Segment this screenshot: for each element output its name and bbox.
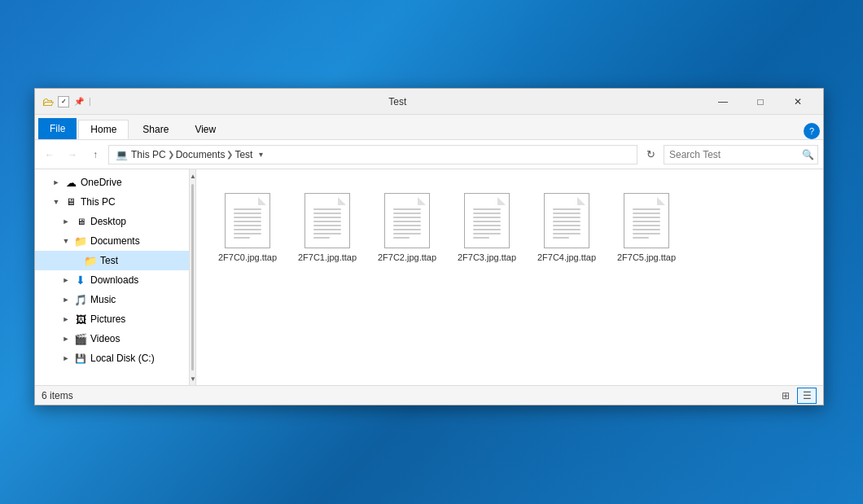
search-icon[interactable]: 🔍 — [798, 145, 817, 164]
localdisk-icon: 💾 — [74, 352, 87, 365]
ribbon-tabs: File Home Share View ? — [35, 115, 823, 139]
sidebar-item-documents[interactable]: ▼ 📁 Documents — [35, 231, 189, 251]
sidebar-item-pictures[interactable]: ► 🖼 Pictures — [35, 309, 189, 329]
file-item-f2[interactable]: 2F7C2.jpg.ttap — [370, 182, 444, 270]
sidebar-label-desktop: Desktop — [90, 216, 126, 227]
view-buttons: ⊞ ☰ — [776, 388, 817, 404]
sidebar-item-desktop[interactable]: ► 🖥 Desktop — [35, 212, 189, 231]
file-icon — [221, 190, 274, 248]
list-view-button[interactable]: ☰ — [797, 388, 817, 404]
sidebar-label-onedrive: OneDrive — [81, 177, 122, 188]
folder-icon: 🗁 — [42, 95, 55, 108]
documents-sidebar-icon: 📁 — [74, 234, 87, 248]
sidebar-item-downloads[interactable]: ► ⬇ Downloads — [35, 270, 189, 290]
path-dropdown-button[interactable]: ▾ — [252, 145, 269, 164]
path-sep-1: ❯ — [168, 150, 174, 159]
test-folder-icon: 📁 — [84, 254, 97, 267]
back-button[interactable]: ← — [40, 145, 59, 164]
file-name-f0: 2F7C0.jpg.ttap — [218, 252, 277, 263]
file-name-f4: 2F7C4.jpg.ttap — [537, 252, 596, 263]
expand-arrow-videos: ► — [61, 335, 71, 343]
sidebar-item-videos[interactable]: ► 🎬 Videos — [35, 329, 189, 348]
title-bar-icons: 🗁 ✓ 📌 | — [42, 95, 91, 108]
expand-arrow-downloads: ► — [61, 276, 71, 284]
expand-arrow-desktop: ► — [61, 217, 71, 226]
test-label: Test — [234, 149, 252, 160]
refresh-button[interactable]: ↻ — [641, 145, 660, 164]
path-test[interactable]: Test — [234, 149, 252, 160]
search-input[interactable] — [664, 149, 798, 160]
path-sep-2: ❯ — [226, 150, 233, 159]
music-icon: 🎵 — [74, 293, 87, 306]
file-icon — [620, 190, 672, 248]
sidebar-label-documents: Documents — [90, 235, 140, 247]
path-documents[interactable]: Documents — [176, 149, 226, 160]
file-name-f1: 2F7C1.jpg.ttap — [298, 252, 357, 263]
thispc-label: This PC — [131, 149, 166, 160]
sidebar-item-music[interactable]: ► 🎵 Music — [35, 290, 189, 309]
help-button[interactable]: ? — [804, 123, 820, 139]
ribbon: File Home Share View ? — [35, 115, 823, 140]
documents-label: Documents — [176, 149, 226, 160]
close-button[interactable]: ✕ — [779, 89, 817, 115]
thispc-sidebar-icon: 🖥 — [64, 195, 77, 208]
up-button[interactable]: ↑ — [85, 145, 105, 164]
status-bar: 6 items ⊞ ☰ — [35, 385, 823, 405]
expand-arrow-music: ► — [61, 296, 71, 304]
main-area: ► ☁ OneDrive ▼ 🖥 This PC ► 🖥 Desktop — [35, 169, 823, 385]
file-item-f1[interactable]: 2F7C1.jpg.ttap — [291, 182, 364, 270]
sidebar-item-localdisk[interactable]: ► 💾 Local Disk (C:) — [35, 348, 189, 368]
forward-button[interactable]: → — [63, 145, 82, 164]
window-title: Test — [91, 96, 704, 107]
tab-file[interactable]: File — [38, 118, 77, 139]
tab-view[interactable]: View — [182, 120, 228, 139]
pictures-icon: 🖼 — [74, 313, 87, 326]
file-item-f4[interactable]: 2F7C4.jpg.ttap — [530, 182, 603, 270]
window-controls: — □ ✕ — [704, 89, 817, 115]
item-count: 6 items — [42, 390, 73, 401]
expand-arrow-documents: ▼ — [61, 237, 71, 245]
scroll-thumb[interactable] — [191, 184, 194, 370]
file-item-f0[interactable]: 2F7C0.jpg.ttap — [211, 182, 284, 270]
sidebar-item-test[interactable]: 📁 Test — [35, 251, 189, 270]
videos-icon: 🎬 — [74, 332, 87, 345]
file-item-f5[interactable]: 2F7C5.jpg.ttap — [610, 182, 683, 270]
scroll-down-button[interactable]: ▼ — [190, 372, 196, 385]
file-icon — [301, 190, 353, 248]
sidebar-label-thispc: This PC — [81, 196, 116, 208]
file-icon — [541, 190, 593, 248]
expand-arrow-thispc: ▼ — [51, 198, 61, 206]
downloads-icon: ⬇ — [74, 274, 87, 287]
desktop-icon: 🖥 — [74, 215, 87, 228]
files-grid: 2F7C0.jpg.ttap2F7C1.jpg.ttap2F7C2.jpg.tt… — [211, 182, 810, 270]
sidebar-item-thispc[interactable]: ▼ 🖥 This PC — [35, 192, 189, 212]
sidebar-label-test: Test — [100, 255, 118, 266]
sidebar-label-downloads: Downloads — [90, 274, 138, 286]
tab-home[interactable]: Home — [78, 120, 129, 139]
sidebar-label-music: Music — [90, 294, 116, 305]
grid-view-button[interactable]: ⊞ — [776, 388, 795, 404]
sidebar-scrollbar[interactable]: ▲ ▼ — [190, 169, 196, 385]
path-thispc[interactable]: 💻 This PC — [116, 149, 166, 160]
sidebar-label-pictures: Pictures — [90, 313, 125, 325]
file-item-f3[interactable]: 2F7C3.jpg.ttap — [450, 182, 523, 270]
thispc-icon: 💻 — [116, 149, 128, 160]
minimize-button[interactable]: — — [704, 89, 742, 115]
sidebar-label-videos: Videos — [90, 333, 120, 344]
pin-icon: 📌 — [72, 95, 85, 108]
search-box: 🔍 — [664, 145, 818, 164]
expand-arrow: ► — [51, 178, 61, 186]
tab-share[interactable]: Share — [130, 120, 181, 139]
quick-access-icon: ✓ — [58, 96, 69, 107]
file-name-f3: 2F7C3.jpg.ttap — [458, 252, 516, 263]
file-icon — [461, 190, 513, 248]
expand-arrow-localdisk: ► — [61, 354, 71, 362]
sidebar-item-onedrive[interactable]: ► ☁ OneDrive — [35, 173, 189, 192]
maximize-button[interactable]: □ — [742, 89, 779, 115]
file-icon — [381, 190, 433, 248]
scroll-up-button[interactable]: ▲ — [190, 169, 196, 182]
file-name-f2: 2F7C2.jpg.ttap — [378, 252, 436, 263]
title-bar: 🗁 ✓ 📌 | Test — □ ✕ — [35, 89, 823, 115]
address-path[interactable]: 💻 This PC ❯ Documents ❯ Test ▾ — [108, 145, 637, 164]
address-bar: ← → ↑ 💻 This PC ❯ Documents ❯ Test ▾ ↻ 🔍 — [35, 140, 823, 169]
